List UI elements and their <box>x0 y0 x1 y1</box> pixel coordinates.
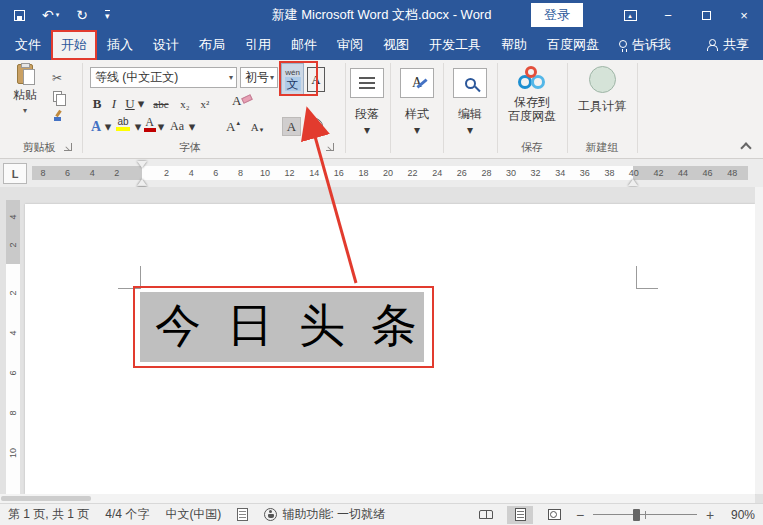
scrollbar-thumb[interactable] <box>1 496 91 501</box>
font-color-dropdown[interactable]: ▾ <box>157 117 165 136</box>
selected-text[interactable]: 今日头条 <box>140 292 424 362</box>
login-button[interactable]: 登录 <box>531 3 583 27</box>
format-painter-button[interactable] <box>44 107 70 124</box>
tab-view[interactable]: 视图 <box>373 30 419 60</box>
tab-insert[interactable]: 插入 <box>97 30 143 60</box>
ruler-number: 10 <box>260 166 270 180</box>
change-case-dropdown[interactable]: ▾ <box>188 117 196 136</box>
word-window: ↶▾ ↻ ▾ 新建 Microsoft Word 文档.docx - Word … <box>0 0 763 525</box>
character-border-button[interactable]: A <box>307 67 325 92</box>
ruler-number: 42 <box>653 166 663 180</box>
tab-design[interactable]: 设计 <box>143 30 189 60</box>
paragraph-button[interactable] <box>350 68 384 98</box>
tool-calc-button[interactable]: 工具计算 <box>568 66 636 113</box>
italic-button[interactable]: I <box>107 94 121 113</box>
ruler-number: 8 <box>40 166 45 180</box>
editing-button[interactable] <box>453 68 487 98</box>
highlight-icon: ab <box>117 117 128 127</box>
save-to-baidu-button[interactable]: 保存到 百度网盘 <box>498 66 566 123</box>
font-dialog-launcher-icon[interactable] <box>326 143 334 151</box>
zoom-slider[interactable] <box>593 508 697 522</box>
maximize-button[interactable] <box>687 0 725 30</box>
chevron-down-icon: ▾ <box>105 120 112 133</box>
vertical-scrollbar[interactable] <box>755 187 763 494</box>
styles-button[interactable]: A <box>400 68 434 98</box>
minimize-button[interactable]: − <box>649 0 687 30</box>
paragraph-dropdown[interactable]: ▾ <box>341 124 393 136</box>
shrink-font-button[interactable]: A▾ <box>246 117 268 136</box>
change-case-button[interactable]: Aa <box>166 117 188 136</box>
document-area[interactable]: 42246810 今日头条 <box>0 187 763 503</box>
close-button[interactable]: × <box>725 0 763 30</box>
proofing-icon[interactable] <box>237 508 248 521</box>
enclose-characters-button[interactable]: 字 <box>306 118 323 135</box>
margin-corner-mark <box>636 266 637 289</box>
word-count[interactable]: 4/4 个字 <box>105 506 149 523</box>
tab-strip: 文件开始插入设计布局引用邮件审阅视图开发工具帮助百度网盘 <box>0 30 609 60</box>
tab-mailings[interactable]: 邮件 <box>281 30 327 60</box>
character-shading-button[interactable]: A <box>282 117 301 136</box>
text-effects-dropdown[interactable]: ▾ <box>104 117 112 136</box>
phonetic-guide-button[interactable]: wén 文 <box>281 63 304 96</box>
zoom-level[interactable]: 90% <box>723 508 755 522</box>
cut-button[interactable]: ✂ <box>44 69 70 86</box>
tab-home[interactable]: 开始 <box>51 30 97 60</box>
tab-review[interactable]: 审阅 <box>327 30 373 60</box>
ruler-number: 16 <box>334 166 344 180</box>
share-button[interactable]: 共享 <box>693 30 763 60</box>
zoom-slider-thumb[interactable] <box>633 509 640 521</box>
tell-me-label: 告诉我 <box>632 36 671 54</box>
zoom-in-button[interactable]: + <box>705 507 715 523</box>
ruler-number: 24 <box>432 166 442 180</box>
shrink-font-icon: A <box>251 121 259 133</box>
character-border-icon: A <box>311 72 320 88</box>
print-layout-button[interactable] <box>507 506 533 524</box>
paste-button[interactable]: 粘贴 ▾ <box>6 64 44 115</box>
first-line-indent-marker[interactable] <box>137 161 147 168</box>
styles-dropdown[interactable]: ▾ <box>391 124 443 136</box>
page-indicator[interactable]: 第 1 页, 共 1 页 <box>8 506 89 523</box>
underline-icon: U <box>125 96 134 112</box>
vertical-ruler[interactable]: 42246810 <box>6 200 20 494</box>
editing-dropdown[interactable]: ▾ <box>444 124 496 136</box>
horizontal-scrollbar[interactable] <box>0 494 755 503</box>
tell-me-button[interactable]: 告诉我 <box>609 30 681 60</box>
underline-button[interactable]: U <box>123 94 137 113</box>
clear-formatting-button[interactable]: A <box>232 93 252 109</box>
underline-dropdown[interactable]: ▾ <box>137 94 145 113</box>
accessibility-status[interactable]: 辅助功能: 一切就绪 <box>264 506 385 523</box>
ruler-number: 32 <box>531 166 541 180</box>
new-group-label: 新建组 <box>568 140 636 155</box>
subscript-button[interactable]: x₂ <box>176 94 194 113</box>
tab-references[interactable]: 引用 <box>235 30 281 60</box>
language-indicator[interactable]: 中文(中国) <box>165 506 221 523</box>
tab-baidu-netdisk[interactable]: 百度网盘 <box>537 30 609 60</box>
highlight-dropdown[interactable]: ▾ <box>134 117 142 136</box>
tab-help[interactable]: 帮助 <box>491 30 537 60</box>
right-indent-marker[interactable] <box>628 179 638 186</box>
superscript-button[interactable]: x² <box>196 94 214 113</box>
hanging-indent-marker[interactable] <box>137 179 147 186</box>
horizontal-ruler[interactable]: 8642246810121416182022242628303234363840… <box>0 166 755 180</box>
tab-developer[interactable]: 开发工具 <box>419 30 491 60</box>
ruler-number: 6 <box>213 166 218 180</box>
bold-button[interactable]: B <box>88 94 106 113</box>
highlight-button[interactable]: ab <box>113 117 133 136</box>
collapse-ribbon-icon[interactable] <box>740 142 751 153</box>
zoom-out-button[interactable]: − <box>575 507 585 523</box>
highlight-color-bar <box>116 127 130 131</box>
paragraph-label: 段落 <box>341 106 393 123</box>
read-mode-button[interactable] <box>473 506 499 524</box>
ribbon-display-options-button[interactable]: ▴ <box>611 0 649 30</box>
font-color-button[interactable]: A <box>142 117 157 136</box>
web-layout-button[interactable] <box>541 506 567 524</box>
tab-file[interactable]: 文件 <box>5 30 51 60</box>
grow-font-button[interactable]: A▴ <box>222 117 244 136</box>
strikethrough-button[interactable]: abc <box>148 94 174 113</box>
text-effects-button[interactable]: A <box>88 117 104 136</box>
font-name-combobox[interactable]: 等线 (中文正文) ▾ <box>90 67 237 88</box>
ruler-number: 6 <box>65 166 70 180</box>
font-size-combobox[interactable]: 初号 ▾ <box>240 67 278 88</box>
tab-layout[interactable]: 布局 <box>189 30 235 60</box>
copy-button[interactable] <box>44 88 70 105</box>
